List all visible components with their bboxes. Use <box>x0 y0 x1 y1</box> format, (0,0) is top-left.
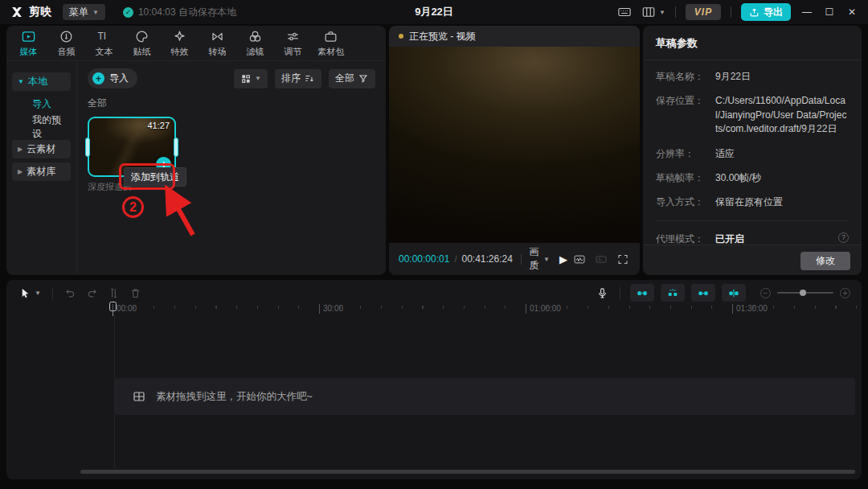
tab-label: 滤镜 <box>247 46 264 58</box>
sort-button[interactable]: 排序 <box>275 69 321 88</box>
sidebar-item-my-presets[interactable]: 我的预设 <box>12 117 71 136</box>
split-button[interactable] <box>103 284 125 302</box>
menu-button[interactable]: 菜单 ▼ <box>63 4 105 20</box>
zoom-slider-handle[interactable] <box>800 290 806 296</box>
quality-dropdown[interactable]: 画质 ▼ <box>530 245 550 273</box>
layout-switch-button[interactable]: ▼ <box>641 5 665 19</box>
chevron-down-icon: ▼ <box>35 290 41 297</box>
tab-filters[interactable]: 滤镜 <box>236 29 274 58</box>
minimize-icon[interactable]: — <box>800 6 813 18</box>
microphone-icon <box>596 287 608 299</box>
draft-row-save-location: 保存位置： C:/Users/11600/AppData/Local/Jiany… <box>656 94 849 136</box>
tab-adjust[interactable]: 调节 <box>274 29 312 58</box>
sidebar-item-label: 我的预设 <box>32 113 65 141</box>
delete-button[interactable] <box>125 284 146 302</box>
tab-text[interactable]: TI 文本 <box>85 29 123 58</box>
undo-button[interactable] <box>59 284 81 302</box>
menu-label: 菜单 <box>69 6 88 19</box>
playhead[interactable] <box>109 302 117 311</box>
select-tool-button[interactable]: ▼ <box>14 284 46 302</box>
maximize-icon[interactable]: ☐ <box>823 6 836 18</box>
chevron-down-icon: ▼ <box>255 75 261 82</box>
undo-icon <box>64 287 76 299</box>
keyboard-shortcuts-icon[interactable] <box>617 5 632 19</box>
sidebar-item-import[interactable]: 导入 <box>12 95 71 113</box>
tab-material-pack[interactable]: 素材包 <box>312 29 350 58</box>
preview-viewport[interactable] <box>389 47 640 243</box>
autosave-status: ✓ 10:04:03 自动保存本地 <box>123 6 236 19</box>
tab-media[interactable]: 媒体 <box>10 29 47 58</box>
tab-label: 调节 <box>285 46 302 58</box>
clip-handle-left[interactable] <box>85 138 90 157</box>
sidebar-item-cloud-material[interactable]: ▶ 云素材 <box>12 140 71 158</box>
timeline-toolbar: ▼ <box>6 281 862 304</box>
tab-label: 文本 <box>96 46 113 58</box>
sort-label: 排序 <box>281 72 301 85</box>
row-value: 30.00帧/秒 <box>715 171 849 185</box>
tab-transitions[interactable]: 转场 <box>199 29 236 58</box>
linkage-button[interactable] <box>691 284 715 302</box>
vip-badge[interactable]: VIP <box>686 4 721 20</box>
sidebar-item-label: 本地 <box>28 75 47 88</box>
preview-status-dot <box>399 34 403 39</box>
zoom-slider[interactable] <box>777 292 833 294</box>
grid-view-icon <box>240 73 252 84</box>
chevron-down-icon: ▼ <box>543 256 550 263</box>
tab-audio[interactable]: 音频 <box>47 29 85 58</box>
preview-axis-button[interactable] <box>722 284 746 302</box>
fullscreen-icon[interactable] <box>616 253 630 265</box>
cursor-icon <box>19 287 31 299</box>
export-button[interactable]: 导出 <box>741 3 791 21</box>
aspect-ratio-icon[interactable] <box>594 253 608 265</box>
draft-row-resolution: 分辨率： 适应 <box>656 147 849 161</box>
timeline-ruler[interactable]: 00:00 30:00 01:00:00 01:30:00 <box>113 302 857 315</box>
chevron-right-icon: ▶ <box>18 168 23 175</box>
import-label: 导入 <box>109 72 129 85</box>
export-label: 导出 <box>764 6 783 19</box>
main-track-magnet-button[interactable] <box>630 284 654 302</box>
sort-icon <box>304 73 315 84</box>
video-frame <box>389 47 640 243</box>
zoom-out-icon[interactable]: − <box>760 288 771 298</box>
filter-button[interactable]: 全部 <box>329 69 375 88</box>
modify-button[interactable]: 修改 <box>800 252 850 270</box>
clip-handle-right[interactable] <box>174 138 178 157</box>
text-icon: TI <box>96 29 112 44</box>
trash-icon <box>129 287 141 299</box>
media-library-panel: 媒体 音频 TI 文本 贴纸 特效 转场 <box>6 26 386 275</box>
sidebar-item-local[interactable]: ▼ 本地 <box>12 72 71 91</box>
funnel-icon <box>358 73 369 84</box>
view-mode-button[interactable]: ▼ <box>234 69 268 88</box>
chevron-down-icon: ▼ <box>92 9 99 16</box>
audio-icon <box>59 29 74 44</box>
row-value: 9月22日 <box>715 70 849 84</box>
scope-waveform-icon[interactable] <box>572 253 587 265</box>
row-label: 导入方式： <box>656 195 715 209</box>
divider <box>521 254 522 265</box>
titlebar: 剪映 菜单 ▼ ✓ 10:04:03 自动保存本地 9月22日 ▼ VIP 导出… <box>0 0 868 24</box>
play-button[interactable]: ▶ <box>559 253 567 265</box>
row-label: 草稿帧率： <box>656 171 715 185</box>
app-window: 剪映 菜单 ▼ ✓ 10:04:03 自动保存本地 9月22日 ▼ VIP 导出… <box>0 0 868 489</box>
close-icon[interactable]: ✕ <box>845 6 858 18</box>
ruler-label: 01:00:00 <box>526 304 561 314</box>
add-to-track-tooltip: 添加到轨道 <box>124 167 186 187</box>
timeline-zoom-control: − + <box>760 288 850 298</box>
preview-panel: 正在预览 - 视频 00:00:00:01 / 00:41:26:24 画质 ▼… <box>389 26 640 275</box>
chevron-right-icon: ▶ <box>18 146 23 153</box>
zoom-in-icon[interactable]: + <box>840 288 850 298</box>
media-icon <box>21 29 36 44</box>
import-button[interactable]: + 导入 <box>88 68 137 88</box>
sidebar-item-material-library[interactable]: ▶ 素材库 <box>12 162 71 181</box>
record-voiceover-button[interactable] <box>592 284 613 302</box>
tab-sticker[interactable]: 贴纸 <box>123 29 161 58</box>
effects-icon <box>172 29 187 44</box>
preview-controls: 00:00:00:01 / 00:41:26:24 画质 ▼ ▶ <box>389 243 640 275</box>
tab-effects[interactable]: 特效 <box>161 29 199 58</box>
redo-button[interactable] <box>81 284 103 302</box>
help-icon[interactable]: ? <box>838 232 849 243</box>
horizontal-scrollbar[interactable] <box>80 470 855 474</box>
empty-track-dropzone[interactable]: 素材拖拽到这里，开始你的大作吧~ <box>115 378 855 415</box>
auto-snap-button[interactable] <box>661 284 685 302</box>
tab-label: 特效 <box>171 46 189 58</box>
